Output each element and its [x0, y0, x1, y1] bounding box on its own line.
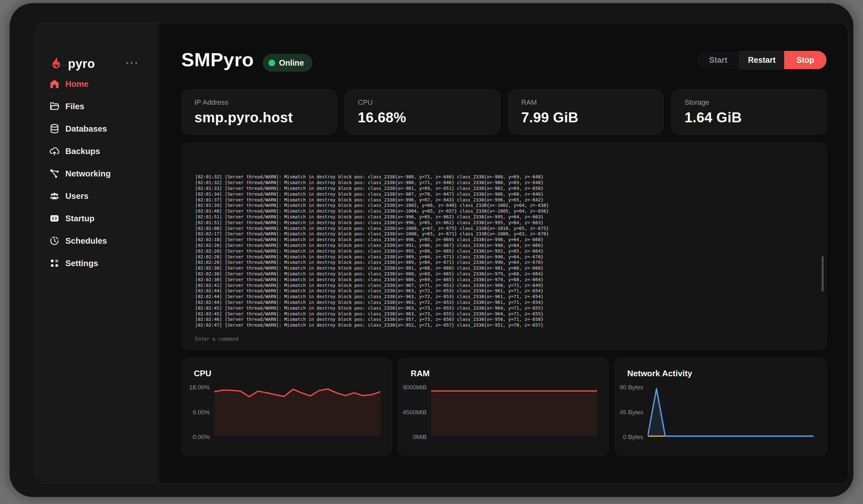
console-line: [02:01:51] [Server thread/WARN]: Mismatc…	[195, 220, 817, 226]
sidebar-item-startup[interactable]: Startup	[35, 207, 159, 230]
stat-card-cpu: CPU 16.68%	[345, 89, 500, 135]
console-line: [02:02:45] [Server thread/WARN]: Mismatc…	[195, 311, 817, 317]
net-ytick-mid: 45 Bytes	[615, 409, 643, 416]
ram-ytick-mid: 4500MiB	[399, 409, 427, 416]
sidebar-item-networking[interactable]: Networking	[35, 162, 159, 185]
console-line: [02:02:28] [Server thread/WARN]: Mismatc…	[195, 254, 817, 260]
stop-button[interactable]: Stop	[784, 51, 826, 69]
console-line: [02:02:18] [Server thread/WARN]: Mismatc…	[195, 237, 817, 243]
status-badge: Online	[263, 54, 312, 72]
sidebar-nav: Home Files Databases Backups	[35, 73, 159, 274]
console-line: [02:02:44] [Server thread/WARN]: Mismatc…	[195, 294, 817, 300]
stat-card-ram: RAM 7.99 GiB	[508, 89, 664, 135]
network-activity-graph	[648, 383, 814, 438]
console-line: [02:01:39] [Server thread/WARN]: Mismatc…	[195, 203, 817, 209]
pyro-flame-icon	[49, 56, 63, 72]
online-dot-icon	[268, 60, 275, 66]
console-log[interactable]: [02:01:32] [Server thread/WARN]: Mismatc…	[195, 157, 817, 329]
console-line: [02:02:28] [Server thread/WARN]: Mismatc…	[195, 260, 817, 265]
restart-button[interactable]: Restart	[739, 51, 784, 69]
sidebar-item-backups[interactable]: Backups	[35, 140, 159, 162]
console-line: [02:01:33] [Server thread/WARN]: Mismatc…	[195, 186, 817, 191]
console-line: [02:01:48] [Server thread/WARN]: Mismatc…	[195, 209, 817, 214]
console-line: [02:02:30] [Server thread/WARN]: Mismatc…	[195, 277, 817, 283]
console-scrollbar[interactable]	[822, 256, 824, 291]
settings-dots-gear-icon	[49, 257, 60, 269]
stat-card-storage: Storage 1.64 GiB	[672, 89, 827, 135]
cpu-ytick-mid: 9.00%	[182, 409, 210, 416]
net-ytick-min: 0 Bytes	[615, 433, 643, 441]
console-line: [02:02:30] [Server thread/WARN]: Mismatc…	[195, 271, 817, 277]
console-line: [02:02:08] [Server thread/WARN]: Mismatc…	[195, 226, 817, 231]
app-window: pyro ··· Home Files Databases	[34, 23, 848, 484]
brand: pyro	[49, 56, 95, 72]
folder-icon	[49, 101, 60, 112]
sidebar-item-schedules[interactable]: Schedules	[35, 230, 159, 252]
console-line: [02:01:32] [Server thread/WARN]: Mismatc…	[195, 180, 817, 186]
device-frame: pyro ··· Home Files Databases	[10, 3, 853, 497]
users-icon	[49, 190, 60, 202]
clock-icon	[49, 235, 60, 247]
sidebar-item-users[interactable]: Users	[35, 185, 159, 207]
console-line: [02:02:20] [Server thread/WARN]: Mismatc…	[195, 249, 817, 254]
net-ytick-max: 90 Bytes	[615, 384, 643, 391]
sidebar-divider	[49, 65, 69, 65]
page-title: SMPyro	[181, 49, 254, 71]
console-line: [02:02:46] [Server thread/WARN]: Mismatc…	[195, 317, 817, 323]
ram-ytick-max: 9000MiB	[399, 384, 427, 391]
home-icon	[49, 78, 60, 90]
sidebar: pyro ··· Home Files Databases	[35, 24, 159, 483]
cpu-ytick-max: 18.00%	[182, 384, 210, 391]
sidebar-item-settings[interactable]: Settings	[35, 252, 159, 274]
ram-chart-card: RAM 9000MiB 4500MiB 0MiB	[398, 358, 609, 456]
server-console: [02:01:32] [Server thread/WARN]: Mismatc…	[181, 143, 827, 349]
stat-card-ip: IP Address smp.pyro.host	[181, 89, 337, 135]
sidebar-menu-ellipsis-icon[interactable]: ···	[126, 58, 139, 68]
console-line: [02:02:47] [Server thread/WARN]: Mismatc…	[195, 323, 817, 328]
cpu-usage-graph	[214, 383, 380, 438]
start-button[interactable]: Start	[697, 51, 739, 69]
cpu-chart-card: CPU 18.00% 9.00% 0.00%	[181, 358, 392, 456]
console-line: [02:02:20] [Server thread/WARN]: Mismatc…	[195, 243, 817, 249]
cpu-ytick-min: 0.00%	[182, 433, 210, 441]
sidebar-item-files[interactable]: Files	[35, 95, 159, 117]
console-line: [02:02:41] [Server thread/WARN]: Mismatc…	[195, 283, 817, 289]
sidebar-item-databases[interactable]: Databases	[35, 117, 159, 140]
power-actions: Start Restart Stop	[697, 51, 826, 69]
console-line: [02:01:34] [Server thread/WARN]: Mismatc…	[195, 191, 817, 197]
code-icon	[49, 213, 60, 224]
console-line: [02:02:44] [Server thread/WARN]: Mismatc…	[195, 300, 817, 305]
console-line: [02:02:45] [Server thread/WARN]: Mismatc…	[195, 305, 817, 311]
console-line: [02:01:37] [Server thread/WARN]: Mismatc…	[195, 197, 817, 203]
console-line: [02:02:44] [Server thread/WARN]: Mismatc…	[195, 288, 817, 294]
console-line: [02:01:32] [Server thread/WARN]: Mismatc…	[195, 174, 817, 180]
database-icon	[49, 123, 60, 135]
sidebar-item-home[interactable]: Home	[35, 73, 159, 95]
ram-usage-graph	[431, 383, 597, 438]
console-line: [02:02:48] [Server thread/WARN]: Mismatc…	[195, 328, 817, 329]
console-line: [02:01:51] [Server thread/WARN]: Mismatc…	[195, 214, 817, 220]
console-line: [02:02:17] [Server thread/WARN]: Mismatc…	[195, 231, 817, 237]
stat-cards: IP Address smp.pyro.host CPU 16.68% RAM …	[181, 89, 827, 135]
ram-ytick-min: 0MiB	[399, 433, 427, 441]
console-line: [02:02:30] [Server thread/WARN]: Mismatc…	[195, 265, 817, 271]
network-chart-card: Network Activity 90 Bytes 45 Bytes 0 Byt…	[615, 358, 827, 456]
command-input[interactable]	[195, 336, 814, 342]
network-nodes-icon	[49, 168, 60, 179]
brand-name: pyro	[68, 57, 95, 71]
cloud-upload-icon	[49, 146, 60, 157]
